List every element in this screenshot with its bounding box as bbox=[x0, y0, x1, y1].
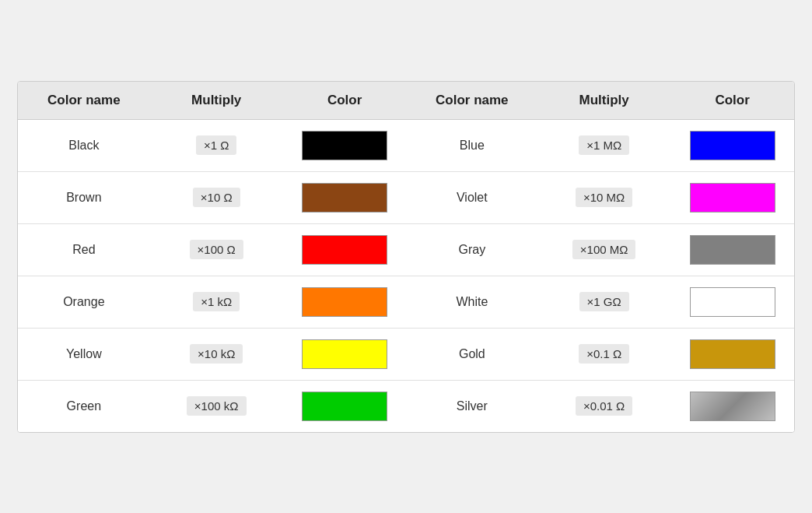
left-color-swatch bbox=[283, 328, 407, 380]
right-color-name: Silver bbox=[407, 380, 538, 432]
left-multiply: ×1 Ω bbox=[150, 119, 283, 171]
right-color-swatch bbox=[670, 380, 794, 432]
header-col1-multiply: Multiply bbox=[150, 82, 283, 120]
right-multiply: ×100 MΩ bbox=[537, 223, 670, 276]
right-color-name: White bbox=[407, 276, 538, 328]
right-color-swatch bbox=[670, 276, 794, 328]
left-multiply: ×10 Ω bbox=[150, 171, 283, 223]
table-row: Green×100 kΩSilver×0.01 Ω bbox=[18, 380, 794, 432]
right-multiply: ×10 MΩ bbox=[537, 171, 670, 223]
left-multiply: ×100 Ω bbox=[150, 223, 283, 276]
left-color-name: Orange bbox=[18, 276, 150, 328]
header-col2-multiply: Multiply bbox=[537, 82, 670, 120]
left-multiply: ×100 kΩ bbox=[150, 380, 283, 432]
left-color-swatch bbox=[283, 380, 407, 432]
right-color-swatch bbox=[670, 171, 794, 223]
left-color-swatch bbox=[283, 119, 407, 171]
right-color-name: Gold bbox=[407, 328, 538, 380]
right-color-swatch bbox=[670, 119, 794, 171]
left-color-swatch bbox=[283, 223, 407, 276]
right-color-swatch bbox=[670, 328, 794, 380]
header-col2-color: Color bbox=[670, 82, 794, 120]
table-row: Red×100 ΩGray×100 MΩ bbox=[18, 223, 794, 276]
left-color-name: Yellow bbox=[18, 328, 150, 380]
header-col1-color: Color bbox=[283, 82, 407, 120]
right-multiply: ×0.1 Ω bbox=[537, 328, 670, 380]
left-color-name: Red bbox=[18, 223, 150, 276]
right-color-name: Violet bbox=[407, 171, 538, 223]
right-color-name: Blue bbox=[407, 119, 538, 171]
left-multiply: ×10 kΩ bbox=[150, 328, 283, 380]
table-row: Yellow×10 kΩGold×0.1 Ω bbox=[18, 328, 794, 380]
left-color-name: Black bbox=[18, 119, 150, 171]
header-row: Color name Multiply Color Color name Mul… bbox=[18, 82, 794, 120]
header-col1-name: Color name bbox=[18, 82, 150, 120]
right-multiply: ×0.01 Ω bbox=[537, 380, 670, 432]
right-color-name: Gray bbox=[407, 223, 538, 276]
color-table: Color name Multiply Color Color name Mul… bbox=[17, 81, 795, 433]
left-multiply: ×1 kΩ bbox=[150, 276, 283, 328]
header-col2-name: Color name bbox=[407, 82, 538, 120]
left-color-name: Green bbox=[18, 380, 150, 432]
table-row: Orange×1 kΩWhite×1 GΩ bbox=[18, 276, 794, 328]
right-multiply: ×1 MΩ bbox=[537, 119, 670, 171]
left-color-swatch bbox=[283, 171, 407, 223]
table-row: Black×1 ΩBlue×1 MΩ bbox=[18, 119, 794, 171]
right-color-swatch bbox=[670, 223, 794, 276]
left-color-name: Brown bbox=[18, 171, 150, 223]
table-row: Brown×10 ΩViolet×10 MΩ bbox=[18, 171, 794, 223]
right-multiply: ×1 GΩ bbox=[537, 276, 670, 328]
left-color-swatch bbox=[283, 276, 407, 328]
